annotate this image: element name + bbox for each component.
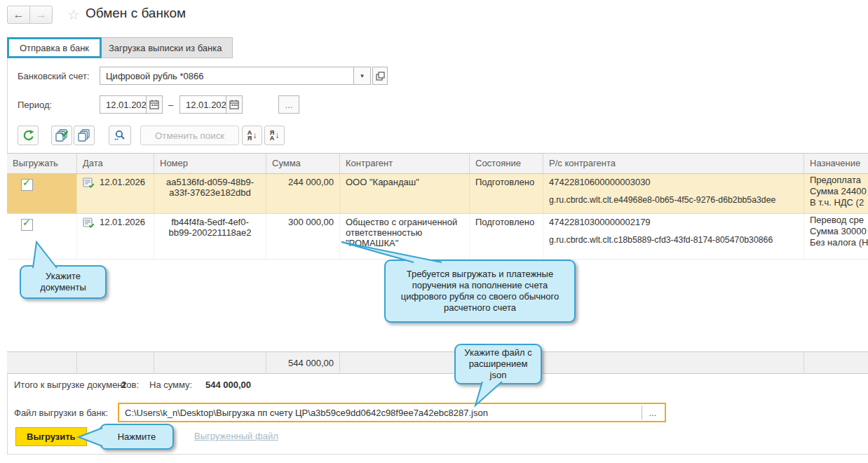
account-number: 47422810600000003030 xyxy=(549,177,798,187)
purpose-cell: Перевод сре Сумма 30000 Без налога (Н xyxy=(804,214,868,259)
exchange-with-bank-window: ← → ☆ Обмен с банком Отправка в банк Заг… xyxy=(0,0,868,463)
tab-label: Отправка в банк xyxy=(20,43,89,53)
tab-send-to-bank[interactable]: Отправка в банк xyxy=(7,37,102,58)
callout-select-documents: Укажите документы xyxy=(20,265,107,299)
date-cell: 12.01.2026 xyxy=(77,174,154,213)
check-icon: ✓ xyxy=(22,217,31,228)
amount-label: На сумму: xyxy=(149,380,192,390)
docs-count-value: 2 xyxy=(121,380,126,390)
amount-cell: 300 000,00 xyxy=(266,214,340,259)
state-cell: Подготовлено xyxy=(470,214,543,259)
tab-label: Загрузка выписки из банка xyxy=(109,43,222,53)
bank-account-value: Цифровой рубль *0866 xyxy=(106,71,203,81)
calendar-icon xyxy=(149,100,159,109)
period-dash: – xyxy=(168,100,173,110)
period-from-input[interactable]: 12.01.2026 xyxy=(100,95,147,114)
forward-button[interactable]: → xyxy=(29,6,53,24)
period-label: Период: xyxy=(18,100,52,110)
date-value: 12.01.2026 xyxy=(100,177,145,187)
col-header-amount[interactable]: Сумма xyxy=(266,154,340,173)
callout-click: Нажмите xyxy=(100,424,174,450)
table-row[interactable]: ✓ 12.01.2026 aa5136fd-d059-48b9-a33f-376… xyxy=(7,174,868,214)
col-header-state[interactable]: Состояние xyxy=(470,154,543,173)
export-checkbox-cell: ✓ xyxy=(7,174,77,213)
total-amount-cell: 544 000,00 xyxy=(266,351,340,374)
table-row[interactable]: ✓ 12.01.2026 fb44f4fa-5edf-4ef0-bb99-200… xyxy=(7,214,868,260)
chevron-down-icon: ▾ xyxy=(360,72,364,79)
browse-file-button[interactable]: ... xyxy=(642,405,663,420)
row-checkbox[interactable]: ✓ xyxy=(21,179,33,191)
cancel-search-button[interactable]: Отменить поиск xyxy=(140,126,239,145)
wallet-id: g.ru.cbrdc.wlt.clt.e44968e8-0b65-4f5c-92… xyxy=(549,195,798,205)
contractor-cell: ООО "Карандаш" xyxy=(340,174,470,213)
arrow-down-icon: ↓ xyxy=(252,130,257,140)
open-form-icon xyxy=(376,72,385,81)
search-button[interactable] xyxy=(109,126,131,145)
sort-ascending-button[interactable]: АЯ ↓ xyxy=(242,126,262,145)
check-icon: ✓ xyxy=(22,177,31,188)
export-file-path: C:\Users\k_n\Desktop\Выгрузка пп счету Ц… xyxy=(125,408,488,418)
more-ellipsis: ... xyxy=(285,100,293,110)
period-to-calendar-button[interactable] xyxy=(226,95,243,114)
period-from-value: 12.01.2026 xyxy=(106,100,151,110)
calendar-icon xyxy=(229,100,239,109)
callout-json-file: Укажите файл с расширением json xyxy=(454,344,542,384)
bank-account-label: Банковский счет: xyxy=(18,71,90,81)
open-account-button[interactable] xyxy=(372,67,388,85)
back-arrow-icon: ← xyxy=(13,8,25,21)
export-button[interactable]: Выгрузить xyxy=(15,427,87,446)
col-header-number[interactable]: Номер xyxy=(154,154,266,173)
select-all-button[interactable] xyxy=(51,126,72,145)
col-header-account[interactable]: Р/с контрагента xyxy=(543,154,804,173)
export-file-input[interactable]: C:\Users\k_n\Desktop\Выгрузка пп счету Ц… xyxy=(118,403,666,422)
number-cell: aa5136fd-d059-48b9-a33f-37623e182dbd xyxy=(154,174,266,213)
table-totals-row: 544 000,00 xyxy=(7,351,868,374)
date-cell: 12.01.2026 xyxy=(77,214,154,259)
unselect-all-pages-icon xyxy=(78,129,91,142)
bank-account-input[interactable]: Цифровой рубль *0866 xyxy=(100,67,354,85)
page-title: Обмен с банком xyxy=(86,6,186,21)
back-button[interactable]: ← xyxy=(7,6,30,24)
docs-count-label: Итого к выгрузке документов: xyxy=(14,380,139,390)
period-to-value: 12.01.2026 xyxy=(186,100,231,110)
export-checkbox-cell: ✓ xyxy=(7,214,77,259)
payment-document-icon xyxy=(83,217,95,229)
sort-asc-letters: АЯ xyxy=(247,130,252,141)
callout-export-note: Требуется выгружать и платежные поручени… xyxy=(384,260,576,323)
sort-desc-letters: ЯА xyxy=(270,130,275,141)
row-checkbox[interactable]: ✓ xyxy=(21,219,33,231)
period-from-calendar-button[interactable] xyxy=(146,95,163,114)
amount-value: 544 000,00 xyxy=(205,380,251,390)
search-icon xyxy=(114,129,126,142)
browse-ellipsis: ... xyxy=(649,408,657,418)
date-value: 12.01.2026 xyxy=(100,217,145,227)
table-header-row: Выгружать Дата Номер Сумма Контрагент Со… xyxy=(7,153,868,174)
export-file-label: Файл выгрузки в банк: xyxy=(14,408,108,418)
refresh-icon xyxy=(22,129,34,142)
period-more-button[interactable]: ... xyxy=(278,95,299,114)
account-number: 47422810300000002179 xyxy=(549,217,798,227)
purpose-cell: Предоплата Сумма 24400 В т.ч. НДС (2 xyxy=(804,174,868,213)
bank-account-dropdown-button[interactable]: ▾ xyxy=(353,67,371,85)
payment-document-icon xyxy=(83,177,95,189)
account-cell: 47422810600000003030 g.ru.cbrdc.wlt.clt.… xyxy=(543,174,804,213)
col-header-contractor[interactable]: Контрагент xyxy=(340,154,470,173)
select-all-pages-icon xyxy=(55,129,69,142)
state-cell: Подготовлено xyxy=(470,174,543,213)
col-header-purpose[interactable]: Назначение xyxy=(804,154,868,173)
refresh-button[interactable] xyxy=(18,126,39,145)
favorite-star-icon[interactable]: ☆ xyxy=(67,6,80,23)
col-header-date[interactable]: Дата xyxy=(77,154,154,173)
forward-arrow-icon: → xyxy=(36,8,47,21)
account-cell: 47422810300000002179 g.ru.cbrdc.wlt.clt.… xyxy=(543,214,804,259)
period-to-input[interactable]: 12.01.2026 xyxy=(179,95,226,114)
exported-file-link[interactable]: Выгруженный файл xyxy=(194,431,278,441)
number-cell: fb44f4fa-5edf-4ef0-bb99-200221118ae2 xyxy=(154,214,266,259)
arrow-down-icon: ↓ xyxy=(275,130,279,140)
amount-cell: 244 000,00 xyxy=(266,174,340,213)
contractor-cell: Общество с ограниченной ответственностью… xyxy=(340,214,470,259)
unselect-all-button[interactable] xyxy=(74,126,95,145)
tab-load-statement[interactable]: Загрузка выписки из банка xyxy=(97,37,233,58)
sort-descending-button[interactable]: ЯА ↓ xyxy=(264,126,285,145)
col-header-export[interactable]: Выгружать xyxy=(7,154,77,173)
